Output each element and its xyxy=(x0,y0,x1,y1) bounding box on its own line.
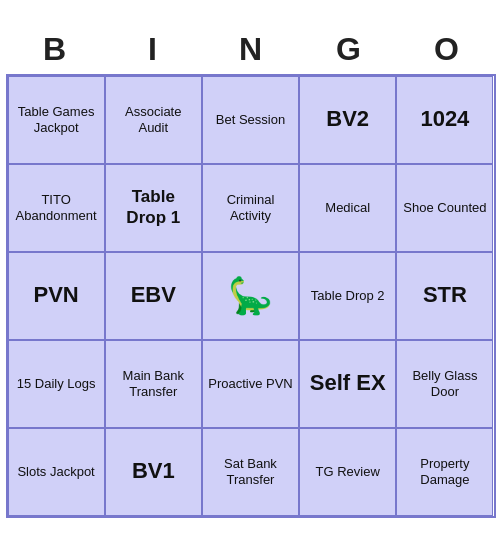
bingo-cell-1: Associate Audit xyxy=(105,76,202,164)
bingo-cell-6: Table Drop 1 xyxy=(105,164,202,252)
bingo-cell-20: Slots Jackpot xyxy=(8,428,105,516)
bingo-cell-12: 🦕 xyxy=(202,252,299,340)
bingo-cell-11: EBV xyxy=(105,252,202,340)
bingo-cell-15: 15 Daily Logs xyxy=(8,340,105,428)
bingo-cell-2: Bet Session xyxy=(202,76,299,164)
bingo-cell-3: BV2 xyxy=(299,76,396,164)
bingo-cell-21: BV1 xyxy=(105,428,202,516)
bingo-cell-5: TITO Abandonment xyxy=(8,164,105,252)
bingo-header: B I N G O xyxy=(6,27,496,72)
bingo-cell-7: Criminal Activity xyxy=(202,164,299,252)
bingo-cell-16: Main Bank Transfer xyxy=(105,340,202,428)
bingo-cell-22: Sat Bank Transfer xyxy=(202,428,299,516)
bingo-cell-23: TG Review xyxy=(299,428,396,516)
header-g: G xyxy=(300,27,398,72)
bingo-card: B I N G O Table Games JackpotAssociate A… xyxy=(6,27,496,518)
bingo-cell-8: Medical xyxy=(299,164,396,252)
header-i: I xyxy=(104,27,202,72)
header-n: N xyxy=(202,27,300,72)
bingo-cell-0: Table Games Jackpot xyxy=(8,76,105,164)
bingo-cell-18: Self EX xyxy=(299,340,396,428)
bingo-cell-10: PVN xyxy=(8,252,105,340)
bingo-cell-17: Proactive PVN xyxy=(202,340,299,428)
bingo-cell-13: Table Drop 2 xyxy=(299,252,396,340)
header-b: B xyxy=(6,27,104,72)
bingo-cell-14: STR xyxy=(396,252,493,340)
dino-icon: 🦕 xyxy=(228,274,273,317)
bingo-cell-4: 1024 xyxy=(396,76,493,164)
bingo-cell-9: Shoe Counted xyxy=(396,164,493,252)
header-o: O xyxy=(398,27,496,72)
bingo-cell-19: Belly Glass Door xyxy=(396,340,493,428)
bingo-grid: Table Games JackpotAssociate AuditBet Se… xyxy=(6,74,496,518)
bingo-cell-24: Property Damage xyxy=(396,428,493,516)
